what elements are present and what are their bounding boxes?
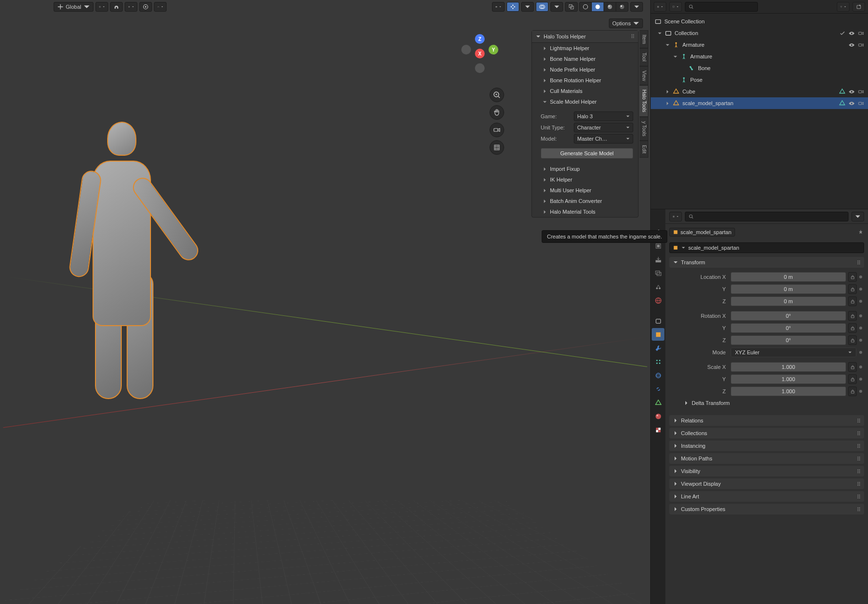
sidebar-tab-halo-tools[interactable]: Halo Tools xyxy=(640,85,648,117)
gizmo-axis-x[interactable]: X xyxy=(475,49,485,58)
rotation-mode-dropdown[interactable]: XYZ Euler xyxy=(731,348,856,357)
outliner-view-dropdown[interactable] xyxy=(669,2,682,12)
gizmo-toggle[interactable] xyxy=(507,2,519,12)
visibility-dropdown[interactable] xyxy=(492,2,505,12)
halo-tools-panel-header[interactable]: Halo Tools Helper ⠿ xyxy=(532,31,638,43)
eye-icon[interactable] xyxy=(849,30,855,37)
scale-z-input[interactable]: 1.000 xyxy=(731,386,846,396)
drag-dots-icon[interactable]: ⠿ xyxy=(857,469,861,475)
drag-dots-icon[interactable]: ⠿ xyxy=(857,456,861,462)
relations-panel-header[interactable]: Relations⠿ xyxy=(669,415,864,426)
drag-dots-icon[interactable]: ⠿ xyxy=(857,443,861,450)
gizmo-axis-z[interactable]: Z xyxy=(475,34,485,44)
viewport-3d[interactable]: Global Options Z X Y xyxy=(0,0,650,604)
model-dropdown[interactable]: Master Ch… xyxy=(574,134,633,144)
properties-options-dropdown[interactable] xyxy=(851,212,864,221)
camera-icon[interactable] xyxy=(858,42,864,48)
xray-toggle[interactable] xyxy=(565,2,578,12)
transform-panel-header[interactable]: Transform ⠿ xyxy=(669,257,864,268)
drag-dots-icon[interactable]: ⠿ xyxy=(857,507,861,513)
drag-dots-icon[interactable]: ⠿ xyxy=(857,494,861,500)
snap-dropdown[interactable] xyxy=(125,2,137,12)
outliner-filter-dropdown[interactable] xyxy=(837,2,849,12)
shading-rendered-button[interactable] xyxy=(616,2,628,12)
drag-dots-icon[interactable]: ⠿ xyxy=(857,418,861,424)
outliner-row-armature[interactable]: Armature xyxy=(651,51,868,62)
rotation-x-input[interactable]: 0° xyxy=(731,311,846,321)
drag-dots-icon[interactable]: ⠿ xyxy=(857,431,861,437)
prop-tab-material[interactable] xyxy=(652,410,664,422)
rotation-z-input[interactable]: 0° xyxy=(731,335,846,345)
prop-tab-physics[interactable] xyxy=(652,369,664,382)
line-art-panel-header[interactable]: Line Art⠿ xyxy=(669,491,864,502)
game-dropdown[interactable]: Halo 3 xyxy=(574,111,633,121)
drag-dots-icon[interactable]: ⠿ xyxy=(631,34,635,40)
expander-icon[interactable] xyxy=(665,101,670,106)
expander-icon[interactable] xyxy=(658,31,662,36)
eye-icon[interactable] xyxy=(849,42,855,48)
collections-panel-header[interactable]: Collections⠿ xyxy=(669,428,864,439)
sidebar-tab-tool[interactable]: Tool xyxy=(640,48,648,66)
outliner-row-bone[interactable]: Bone xyxy=(651,62,868,74)
expander-icon[interactable] xyxy=(673,55,678,59)
outliner-row-collection[interactable]: Collection xyxy=(651,27,868,39)
gizmo-dropdown[interactable] xyxy=(521,2,534,12)
scale-x-input[interactable]: 1.000 xyxy=(731,362,846,372)
outliner-row-pose[interactable]: Pose xyxy=(651,74,868,86)
shading-dropdown[interactable] xyxy=(630,2,643,12)
drag-dots-icon[interactable]: ⠿ xyxy=(857,260,861,266)
overlays-toggle[interactable] xyxy=(536,2,548,12)
outliner-search-input[interactable] xyxy=(685,2,758,12)
outliner-row-cube[interactable]: Cube xyxy=(651,86,868,97)
zoom-button[interactable] xyxy=(490,88,504,102)
multi-user-helper-section[interactable]: Multi User Helper xyxy=(532,185,638,196)
bone-rotation-helper-section[interactable]: Bone Rotation Helper xyxy=(532,75,638,86)
shading-matprev-button[interactable] xyxy=(604,2,616,12)
outliner-row-armature[interactable]: Armature xyxy=(651,39,868,51)
bone-name-helper-section[interactable]: Bone Name Helper xyxy=(532,54,638,64)
shading-solid-button[interactable] xyxy=(591,2,604,12)
snap-toggle[interactable] xyxy=(110,2,123,12)
delta-transform-header[interactable]: Delta Transform xyxy=(675,398,862,408)
transform-orientation-dropdown[interactable]: Global xyxy=(54,2,94,12)
properties-sync-dropdown[interactable] xyxy=(669,212,682,221)
prop-tab-particles[interactable] xyxy=(652,355,664,368)
prop-tab-scene[interactable] xyxy=(652,280,664,293)
prop-tab-object[interactable] xyxy=(652,328,664,341)
proportional-falloff-dropdown[interactable] xyxy=(154,2,167,12)
outliner-display-mode-dropdown[interactable] xyxy=(654,2,666,12)
motion-paths-panel-header[interactable]: Motion Paths⠿ xyxy=(669,453,864,464)
shading-wireframe-button[interactable] xyxy=(579,2,592,12)
lightmap-helper-section[interactable]: Lightmap Helper xyxy=(532,43,638,54)
prop-tab-texture[interactable] xyxy=(652,423,664,436)
options-dropdown[interactable]: Options xyxy=(609,18,643,28)
outliner-row-scale-model-spartan[interactable]: scale_model_spartan xyxy=(651,97,868,109)
pin-icon[interactable] xyxy=(857,229,864,236)
overlays-dropdown[interactable] xyxy=(550,2,563,12)
cull-materials-section[interactable]: Cull Materials xyxy=(532,86,638,96)
prop-tab-collection[interactable] xyxy=(652,314,664,327)
camera-icon[interactable] xyxy=(858,89,864,95)
pivot-dropdown[interactable] xyxy=(95,2,108,12)
expander-icon[interactable] xyxy=(665,90,670,94)
outliner-scene-collection[interactable]: Scene Collection xyxy=(651,16,868,27)
node-prefix-helper-section[interactable]: Node Prefix Helper xyxy=(532,64,638,75)
batch-anim-converter-section[interactable]: Batch Anim Converter xyxy=(532,196,638,206)
gizmo-axis-neg-y[interactable] xyxy=(461,45,471,55)
scale-y-input[interactable]: 1.000 xyxy=(731,374,846,384)
object-name-input[interactable]: scale_model_spartan xyxy=(669,242,864,253)
rotation-y-input[interactable]: 0° xyxy=(731,323,846,333)
location-x-input[interactable]: 0 m xyxy=(731,272,846,282)
drag-dots-icon[interactable]: ⠿ xyxy=(857,481,861,488)
gizmo-axis-neg-z[interactable] xyxy=(475,63,485,73)
location-z-input[interactable]: 0 m xyxy=(731,296,846,306)
prop-tab-viewlayer[interactable] xyxy=(652,267,664,279)
halo-material-tools-section[interactable]: Halo Material Tools xyxy=(532,206,638,217)
check-icon[interactable] xyxy=(839,30,846,37)
properties-search-input[interactable] xyxy=(685,212,849,221)
unit-type-dropdown[interactable]: Character xyxy=(574,123,633,132)
sidebar-tab-item[interactable]: Item xyxy=(640,30,648,48)
prop-tab-output[interactable] xyxy=(652,253,664,266)
pan-button[interactable] xyxy=(490,105,504,120)
eye-icon[interactable] xyxy=(849,100,855,107)
